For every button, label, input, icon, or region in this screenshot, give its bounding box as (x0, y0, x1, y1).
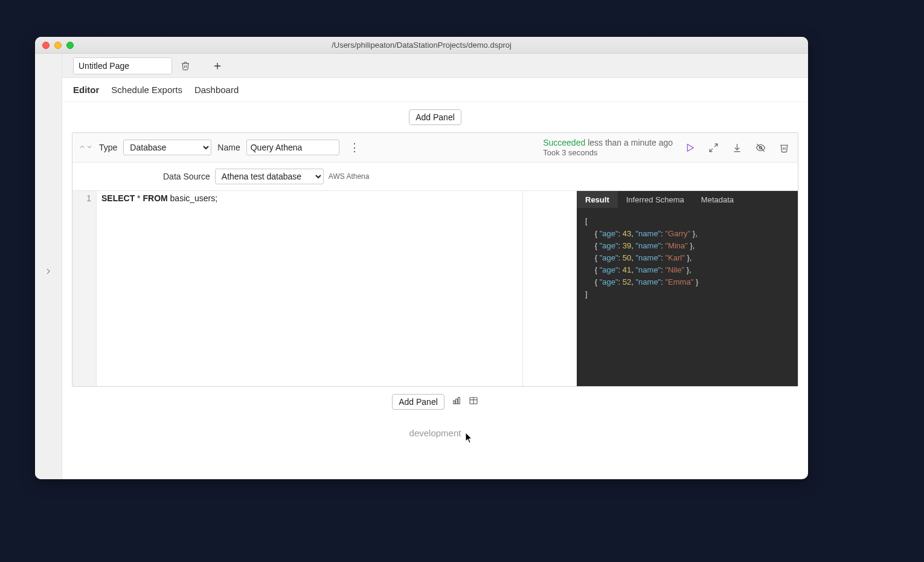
panel-header: Type Database Name ⋮ Succeeded (72, 133, 798, 163)
window-title: /Users/philipeaton/DataStationProjects/d… (35, 40, 808, 50)
add-chart-button[interactable] (452, 396, 461, 408)
status-duration: Took 3 seconds (543, 148, 673, 158)
tab-result[interactable]: Result (577, 191, 618, 208)
data-source-select[interactable]: Athena test database (215, 169, 324, 184)
result-json: [ { "age": 43, "name": "Garry" }, { "age… (577, 208, 798, 386)
page-tabs-row: ＋ (62, 54, 808, 78)
panel-status: Succeeded less than a minute ago Took 3 … (543, 138, 673, 157)
tab-inferred-schema[interactable]: Inferred Schema (618, 191, 693, 208)
type-label: Type (99, 143, 117, 152)
app-window: /Users/philipeaton/DataStationProjects/d… (35, 37, 808, 479)
add-panel-button-top[interactable]: Add Panel (409, 109, 461, 125)
add-table-button[interactable] (469, 396, 478, 408)
delete-page-button[interactable] (178, 59, 193, 73)
trash-icon (181, 61, 190, 71)
page-name-input[interactable] (73, 57, 172, 74)
add-page-button[interactable]: ＋ (202, 54, 233, 77)
status-succeeded: Succeeded (543, 138, 585, 147)
editor-resize-handle[interactable] (522, 191, 577, 386)
expand-sidebar-button[interactable] (41, 63, 56, 479)
plus-icon: ＋ (211, 57, 223, 74)
line-number: 1 (72, 193, 91, 203)
result-pane: Result Inferred Schema Metadata [ { "age… (577, 191, 798, 386)
name-label: Name (217, 143, 240, 152)
panel-menu-button[interactable]: ⋮ (345, 142, 364, 153)
svg-rect-7 (458, 398, 460, 404)
chevron-right-icon (43, 266, 53, 276)
left-rail (35, 54, 62, 479)
result-tabs: Result Inferred Schema Metadata (577, 191, 798, 208)
run-panel-button[interactable] (682, 140, 698, 155)
fullscreen-button[interactable] (706, 140, 721, 155)
svg-rect-5 (453, 401, 455, 404)
table-icon (469, 396, 478, 405)
kebab-icon: ⋮ (349, 141, 360, 153)
chevron-down-icon (86, 143, 93, 150)
eye-off-icon (756, 143, 766, 153)
environment-label: development (72, 428, 798, 438)
data-source-label: Data Source (163, 172, 210, 181)
mode-tabs: Editor Schedule Exports Dashboard (62, 78, 808, 102)
add-panel-button-bottom[interactable]: Add Panel (392, 394, 444, 410)
collapse-down-button[interactable] (86, 142, 93, 153)
download-icon (732, 143, 742, 153)
svg-line-2 (710, 149, 713, 152)
panel-name-input[interactable] (246, 140, 339, 155)
tab-dashboard[interactable]: Dashboard (194, 85, 239, 95)
panel-type-select[interactable]: Database (123, 140, 211, 155)
data-source-type: AWS Athena (329, 172, 370, 181)
titlebar: /Users/philipeaton/DataStationProjects/d… (35, 37, 808, 54)
svg-line-1 (714, 144, 717, 147)
download-button[interactable] (730, 140, 745, 155)
tab-metadata[interactable]: Metadata (693, 191, 742, 208)
hide-button[interactable] (753, 140, 768, 155)
collapse-up-button[interactable] (79, 142, 86, 153)
tab-editor[interactable]: Editor (73, 85, 99, 95)
code-content: SELECT * FROM basic_users; (97, 191, 522, 386)
query-panel: Type Database Name ⋮ Succeeded (72, 132, 798, 387)
bottom-actions: Add Panel (72, 394, 798, 410)
svg-marker-0 (687, 144, 693, 151)
chevron-up-icon (79, 143, 86, 150)
expand-icon (708, 143, 719, 153)
sql-editor[interactable]: 1 SELECT * FROM basic_users; (72, 191, 577, 386)
trash-icon (779, 143, 789, 153)
data-source-row: Data Source Athena test database AWS Ath… (72, 163, 798, 190)
delete-panel-button[interactable] (777, 140, 792, 155)
line-gutter: 1 (72, 191, 97, 386)
tab-schedule-exports[interactable]: Schedule Exports (111, 85, 182, 95)
play-icon (685, 143, 695, 153)
svg-rect-6 (455, 399, 457, 404)
status-when: less than a minute ago (588, 138, 673, 147)
bar-chart-icon (452, 396, 461, 405)
